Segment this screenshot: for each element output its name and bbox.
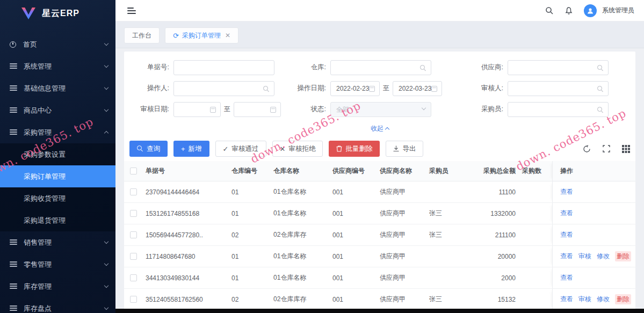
row-checkbox[interactable]: [130, 210, 137, 217]
sidebar-item-product-center[interactable]: 商品中心: [0, 99, 115, 121]
row-actions: 查看 审核 修改 删除: [552, 246, 635, 267]
column-settings-icon[interactable]: [622, 145, 630, 153]
audit-date-label: 审核日期:: [129, 105, 173, 114]
plus-icon: +: [181, 145, 185, 152]
select-all-checkbox[interactable]: [130, 168, 137, 174]
export-button[interactable]: 导出: [386, 141, 423, 157]
col-buyer: 采购员: [426, 166, 468, 176]
sidebar-item-purchase-params[interactable]: 采购参数设置: [0, 143, 115, 165]
search-icon: [420, 65, 426, 71]
app-logo-icon: [21, 8, 35, 19]
warehouse-input[interactable]: [330, 60, 431, 75]
sidebar-item-sales-mgmt[interactable]: 销售管理: [0, 231, 115, 253]
view-link[interactable]: 查看: [560, 187, 573, 196]
table-row: 11714808647680 01 01仓库名称 001 供应商甲 20000 …: [124, 246, 635, 267]
sidebar-item-basic-info[interactable]: 基础信息管理: [0, 77, 115, 99]
table-header-row: 单据号 仓库编号 仓库名称 供应商编号 供应商名称 采购员 采购总金额 采购数 …: [124, 161, 635, 181]
batch-delete-button[interactable]: 批量删除: [329, 141, 380, 157]
user-icon: [587, 7, 594, 14]
add-button[interactable]: + 新增: [173, 141, 209, 157]
col-warehouse-code: 仓库编号: [228, 166, 270, 176]
warehouse-label: 仓库:: [286, 63, 330, 72]
sidebar-item-stocktake[interactable]: 库存盘点: [0, 297, 115, 313]
row-checkbox[interactable]: [130, 296, 137, 303]
view-link[interactable]: 查看: [560, 252, 573, 261]
reject-button[interactable]: ✕ 审核拒绝: [272, 141, 323, 157]
horizontal-scrollbar[interactable]: [115, 309, 644, 313]
delete-link[interactable]: 删除: [615, 294, 631, 304]
status-label: 状态:: [286, 105, 330, 114]
reload-table-icon[interactable]: [583, 145, 591, 153]
view-link[interactable]: 查看: [560, 230, 573, 239]
view-link[interactable]: 查看: [560, 209, 573, 218]
row-checkbox[interactable]: [130, 274, 137, 281]
audit-link[interactable]: 审核: [578, 252, 591, 261]
row-checkbox[interactable]: [130, 253, 137, 260]
chevron-down-icon: [422, 105, 426, 110]
menu-icon: [10, 305, 17, 311]
delete-link[interactable]: 删除: [615, 251, 631, 261]
col-supplier-code: 供应商编号: [329, 166, 377, 176]
audit-date-to-input[interactable]: [234, 102, 281, 117]
menu-icon: [10, 129, 17, 135]
doc-no-label: 单据号:: [129, 63, 173, 72]
search-icon: [597, 86, 604, 92]
op-date-label: 操作日期:: [286, 84, 330, 93]
query-button[interactable]: 查询: [129, 141, 168, 157]
view-link[interactable]: 查看: [560, 295, 573, 304]
collapse-sidebar-icon[interactable]: [127, 8, 136, 14]
orders-table: 单据号 仓库编号 仓库名称 供应商编号 供应商名称 采购员 采购总金额 采购数 …: [124, 161, 635, 310]
chevron-down-icon: [104, 283, 108, 288]
op-date-from-input[interactable]: 2022-02-23: [330, 81, 380, 96]
sidebar-item-purchase-mgmt[interactable]: 采购管理: [0, 121, 115, 143]
sidebar-item-inventory-mgmt[interactable]: 库存管理: [0, 275, 115, 297]
close-tab-icon[interactable]: ✕: [225, 32, 230, 39]
row-actions: 查看: [552, 224, 635, 245]
sidebar-item-purchase-orders[interactable]: 采购订单管理: [0, 165, 115, 187]
auditor-label: 审核人:: [464, 84, 508, 93]
current-user-name[interactable]: 系统管理员: [602, 6, 634, 15]
chevron-down-icon: [104, 41, 108, 46]
operator-label: 操作人:: [129, 84, 173, 93]
row-actions: 查看: [552, 203, 635, 224]
sidebar-item-system-mgmt[interactable]: 系统管理: [0, 55, 115, 77]
audit-link[interactable]: 审核: [578, 295, 591, 304]
edit-link[interactable]: 修改: [597, 295, 610, 304]
tab-purchase-orders[interactable]: ⟳ 采购订单管理 ✕: [165, 27, 238, 43]
menu-icon: [10, 283, 17, 289]
sidebar-nav: 首页 系统管理 基础信息管理 商品中心 采购管理 采购参数设置: [0, 27, 115, 313]
col-supplier-name: 供应商名称: [377, 166, 426, 176]
fullscreen-icon[interactable]: [603, 145, 610, 152]
auditor-input[interactable]: [508, 81, 609, 96]
row-actions: 查看: [552, 267, 635, 288]
sidebar-item-purchase-receiving[interactable]: 采购收货管理: [0, 187, 115, 209]
refresh-tab-icon[interactable]: ⟳: [173, 32, 179, 40]
tab-workbench[interactable]: 工作台: [124, 27, 160, 43]
view-link[interactable]: 查看: [560, 273, 573, 282]
supplier-input[interactable]: [508, 60, 609, 75]
edit-link[interactable]: 修改: [597, 252, 610, 261]
bell-icon[interactable]: [565, 6, 573, 15]
x-icon: ✕: [280, 145, 286, 152]
search-icon: [263, 86, 270, 92]
approve-button[interactable]: ✓ 审核通过: [215, 141, 266, 157]
audit-date-from-input[interactable]: [173, 102, 221, 117]
collapse-filters-link[interactable]: 收起: [371, 124, 389, 133]
chevron-down-icon: [104, 85, 108, 90]
avatar[interactable]: [584, 4, 597, 17]
operator-input[interactable]: [173, 81, 274, 96]
status-select[interactable]: 全部: [330, 102, 431, 117]
sidebar-item-retail-mgmt[interactable]: 零售管理: [0, 253, 115, 275]
chevron-down-icon: [104, 107, 108, 112]
buyer-input[interactable]: [508, 102, 609, 117]
sidebar-item-home[interactable]: 首页: [0, 33, 115, 55]
op-date-to-input[interactable]: 2022-03-23: [393, 81, 442, 96]
main-area: 系统管理员 工作台 ⟳ 采购订单管理 ✕ 单据号: 仓库:: [115, 0, 644, 313]
doc-no-input[interactable]: [173, 60, 274, 75]
chevron-up-icon: [104, 131, 108, 135]
row-checkbox[interactable]: [130, 231, 137, 238]
table-row: 150569444577280.. 02 02仓库库存 001 供应商甲 张三 …: [124, 224, 635, 246]
search-icon[interactable]: [545, 6, 554, 15]
sidebar-item-purchase-returns[interactable]: 采购退货管理: [0, 209, 115, 231]
row-checkbox[interactable]: [130, 188, 137, 195]
